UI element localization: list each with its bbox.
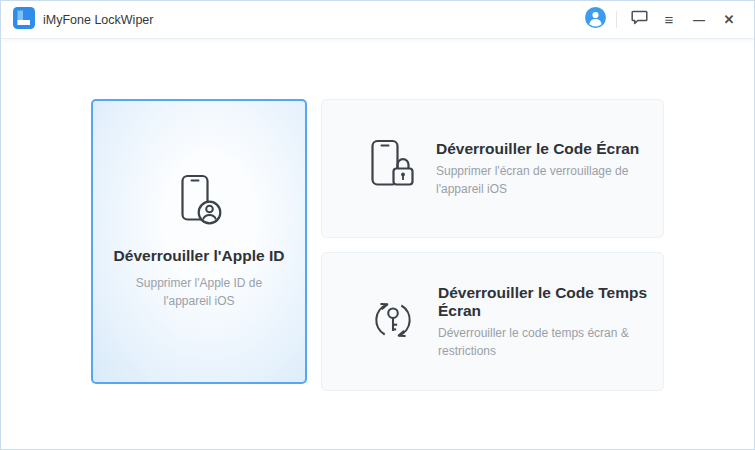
- card-unlock-apple-id[interactable]: Déverrouiller l'Apple ID Supprimer l'App…: [91, 99, 307, 384]
- key-cycle-icon: [368, 295, 418, 349]
- card-title: Déverrouiller le Code Écran: [436, 140, 658, 158]
- close-icon: ✕: [724, 13, 735, 26]
- chat-bubble-icon: [631, 10, 648, 29]
- card-title: Déverrouiller l'Apple ID: [114, 247, 285, 265]
- card-text: Déverrouiller le Code Écran Supprimer l'…: [436, 140, 658, 198]
- card-subtitle: Déverrouiller le code temps écran & rest…: [438, 324, 660, 360]
- phone-lock-icon: [368, 139, 416, 199]
- card-subtitle: Supprimer l'Apple ID de l'appareil iOS: [119, 274, 279, 310]
- titlebar-right: ≡ — ✕: [580, 7, 744, 33]
- titlebar: iMyFone LockWiper: [1, 1, 754, 39]
- titlebar-left: iMyFone LockWiper: [13, 7, 153, 33]
- account-button[interactable]: [580, 7, 610, 33]
- titlebar-divider: [616, 11, 617, 28]
- lockwiper-logo-icon: [13, 7, 35, 33]
- card-title: Déverrouiller le Code Temps Écran: [438, 284, 663, 320]
- hamburger-menu-icon: ≡: [665, 12, 674, 27]
- close-button[interactable]: ✕: [714, 7, 744, 33]
- app-title: iMyFone LockWiper: [43, 13, 153, 27]
- feedback-button[interactable]: [624, 7, 654, 33]
- minimize-icon: —: [693, 14, 705, 26]
- card-unlock-screen-code[interactable]: Déverrouiller le Code Écran Supprimer l'…: [321, 99, 664, 238]
- user-avatar-icon: [585, 7, 606, 32]
- card-subtitle: Supprimer l'écran de verrouillage de l'a…: [436, 162, 658, 198]
- app-window: iMyFone LockWiper: [0, 0, 755, 450]
- card-text: Déverrouiller le Code Temps Écran Déverr…: [438, 284, 663, 360]
- card-unlock-screen-time[interactable]: Déverrouiller le Code Temps Écran Déverr…: [321, 252, 664, 391]
- menu-button[interactable]: ≡: [654, 7, 684, 33]
- phone-user-icon: [176, 174, 223, 232]
- minimize-button[interactable]: —: [684, 7, 714, 33]
